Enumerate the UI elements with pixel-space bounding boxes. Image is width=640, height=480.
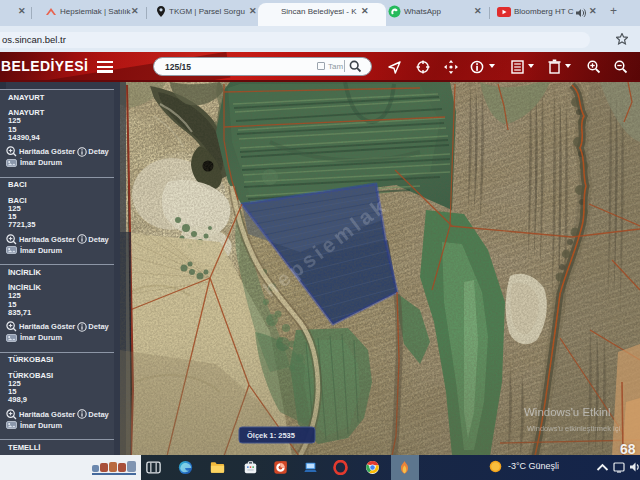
svg-text:Windows'u etkinleştirmek içi: Windows'u etkinleştirmek içi — [527, 424, 620, 433]
svg-text:Windows'u Etkinl: Windows'u Etkinl — [524, 406, 611, 418]
svg-text:Ölçek 1: 2535: Ölçek 1: 2535 — [247, 431, 295, 440]
